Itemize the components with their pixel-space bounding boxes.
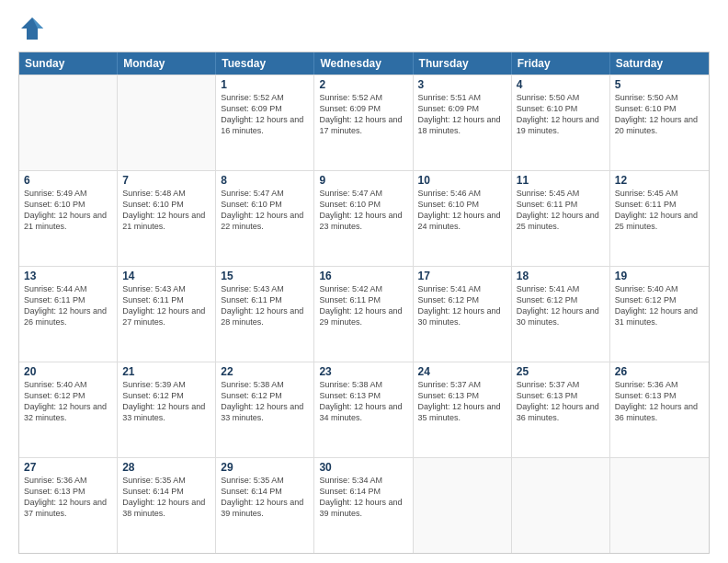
header-day-thursday: Thursday	[414, 52, 512, 75]
calendar-cell: 23Sunrise: 5:38 AM Sunset: 6:13 PM Dayli…	[314, 362, 413, 457]
header	[18, 15, 710, 42]
calendar-cell: 1Sunrise: 5:52 AM Sunset: 6:09 PM Daylig…	[216, 75, 314, 170]
calendar-cell: 24Sunrise: 5:37 AM Sunset: 6:13 PM Dayli…	[414, 362, 512, 457]
day-number: 24	[418, 365, 506, 378]
header-day-saturday: Saturday	[610, 52, 709, 75]
day-info: Sunrise: 5:46 AM Sunset: 6:10 PM Dayligh…	[418, 188, 506, 233]
day-info: Sunrise: 5:44 AM Sunset: 6:11 PM Dayligh…	[24, 283, 112, 328]
day-number: 6	[24, 174, 112, 187]
day-number: 21	[122, 365, 210, 378]
day-info: Sunrise: 5:40 AM Sunset: 6:12 PM Dayligh…	[24, 379, 112, 424]
calendar-cell: 22Sunrise: 5:38 AM Sunset: 6:12 PM Dayli…	[216, 362, 314, 457]
calendar-cell: 16Sunrise: 5:42 AM Sunset: 6:11 PM Dayli…	[314, 267, 413, 362]
day-number: 16	[319, 270, 407, 282]
day-number: 12	[615, 174, 704, 187]
day-info: Sunrise: 5:42 AM Sunset: 6:11 PM Dayligh…	[319, 283, 407, 328]
day-number: 23	[319, 365, 407, 378]
day-info: Sunrise: 5:40 AM Sunset: 6:12 PM Dayligh…	[615, 283, 704, 328]
day-number: 3	[418, 78, 506, 91]
day-number: 18	[517, 270, 605, 282]
calendar-cell	[118, 75, 216, 170]
calendar-cell: 29Sunrise: 5:35 AM Sunset: 6:14 PM Dayli…	[216, 458, 314, 553]
calendar-cell: 14Sunrise: 5:43 AM Sunset: 6:11 PM Dayli…	[118, 267, 216, 362]
logo-icon	[18, 15, 46, 42]
day-info: Sunrise: 5:45 AM Sunset: 6:11 PM Dayligh…	[615, 188, 704, 233]
day-number: 15	[221, 270, 309, 282]
calendar-row: 6Sunrise: 5:49 AM Sunset: 6:10 PM Daylig…	[19, 170, 709, 266]
day-info: Sunrise: 5:41 AM Sunset: 6:12 PM Dayligh…	[418, 283, 506, 328]
calendar-cell: 5Sunrise: 5:50 AM Sunset: 6:10 PM Daylig…	[610, 75, 709, 170]
day-info: Sunrise: 5:37 AM Sunset: 6:13 PM Dayligh…	[517, 379, 605, 424]
calendar-cell: 27Sunrise: 5:36 AM Sunset: 6:13 PM Dayli…	[19, 458, 118, 553]
header-day-sunday: Sunday	[19, 52, 118, 75]
calendar-cell: 7Sunrise: 5:48 AM Sunset: 6:10 PM Daylig…	[118, 171, 216, 266]
day-info: Sunrise: 5:36 AM Sunset: 6:13 PM Dayligh…	[24, 475, 112, 520]
day-info: Sunrise: 5:38 AM Sunset: 6:13 PM Dayligh…	[319, 379, 407, 424]
day-number: 4	[517, 78, 605, 91]
calendar-cell: 2Sunrise: 5:52 AM Sunset: 6:09 PM Daylig…	[314, 75, 413, 170]
day-number: 25	[517, 365, 605, 378]
day-info: Sunrise: 5:38 AM Sunset: 6:12 PM Dayligh…	[221, 379, 309, 424]
day-info: Sunrise: 5:39 AM Sunset: 6:12 PM Dayligh…	[122, 379, 210, 424]
header-day-friday: Friday	[512, 52, 610, 75]
calendar-cell	[512, 458, 610, 553]
day-info: Sunrise: 5:51 AM Sunset: 6:09 PM Dayligh…	[418, 92, 506, 137]
calendar-cell: 15Sunrise: 5:43 AM Sunset: 6:11 PM Dayli…	[216, 267, 314, 362]
day-info: Sunrise: 5:47 AM Sunset: 6:10 PM Dayligh…	[221, 188, 309, 233]
day-number: 1	[221, 78, 309, 91]
day-number: 11	[517, 174, 605, 187]
day-number: 14	[122, 270, 210, 282]
day-info: Sunrise: 5:49 AM Sunset: 6:10 PM Dayligh…	[24, 188, 112, 233]
day-info: Sunrise: 5:43 AM Sunset: 6:11 PM Dayligh…	[221, 283, 309, 328]
day-info: Sunrise: 5:47 AM Sunset: 6:10 PM Dayligh…	[319, 188, 407, 233]
calendar-cell: 10Sunrise: 5:46 AM Sunset: 6:10 PM Dayli…	[414, 171, 512, 266]
day-info: Sunrise: 5:50 AM Sunset: 6:10 PM Dayligh…	[615, 92, 704, 137]
calendar-row: 20Sunrise: 5:40 AM Sunset: 6:12 PM Dayli…	[19, 362, 709, 457]
day-info: Sunrise: 5:48 AM Sunset: 6:10 PM Dayligh…	[122, 188, 210, 233]
calendar-cell: 21Sunrise: 5:39 AM Sunset: 6:12 PM Dayli…	[118, 362, 216, 457]
calendar-cell: 13Sunrise: 5:44 AM Sunset: 6:11 PM Dayli…	[19, 267, 118, 362]
day-info: Sunrise: 5:52 AM Sunset: 6:09 PM Dayligh…	[221, 92, 309, 137]
day-number: 30	[319, 461, 407, 474]
day-number: 13	[24, 270, 112, 282]
calendar-cell: 12Sunrise: 5:45 AM Sunset: 6:11 PM Dayli…	[610, 171, 709, 266]
day-info: Sunrise: 5:45 AM Sunset: 6:11 PM Dayligh…	[517, 188, 605, 233]
calendar-row: 13Sunrise: 5:44 AM Sunset: 6:11 PM Dayli…	[19, 266, 709, 362]
calendar-cell: 18Sunrise: 5:41 AM Sunset: 6:12 PM Dayli…	[512, 267, 610, 362]
day-number: 19	[615, 270, 704, 282]
day-number: 27	[24, 461, 112, 474]
calendar-cell: 20Sunrise: 5:40 AM Sunset: 6:12 PM Dayli…	[19, 362, 118, 457]
calendar-cell	[19, 75, 118, 170]
day-info: Sunrise: 5:43 AM Sunset: 6:11 PM Dayligh…	[122, 283, 210, 328]
calendar-cell: 6Sunrise: 5:49 AM Sunset: 6:10 PM Daylig…	[19, 171, 118, 266]
calendar-cell: 11Sunrise: 5:45 AM Sunset: 6:11 PM Dayli…	[512, 171, 610, 266]
day-info: Sunrise: 5:35 AM Sunset: 6:14 PM Dayligh…	[122, 475, 210, 520]
calendar-header: SundayMondayTuesdayWednesdayThursdayFrid…	[19, 52, 709, 75]
calendar-row: 27Sunrise: 5:36 AM Sunset: 6:13 PM Dayli…	[19, 457, 709, 553]
day-number: 9	[319, 174, 407, 187]
calendar-cell: 19Sunrise: 5:40 AM Sunset: 6:12 PM Dayli…	[610, 267, 709, 362]
day-number: 20	[24, 365, 112, 378]
calendar-cell: 3Sunrise: 5:51 AM Sunset: 6:09 PM Daylig…	[414, 75, 512, 170]
day-info: Sunrise: 5:36 AM Sunset: 6:13 PM Dayligh…	[615, 379, 704, 424]
header-day-wednesday: Wednesday	[314, 52, 413, 75]
page: SundayMondayTuesdayWednesdayThursdayFrid…	[0, 0, 728, 563]
day-number: 26	[615, 365, 704, 378]
calendar-cell: 25Sunrise: 5:37 AM Sunset: 6:13 PM Dayli…	[512, 362, 610, 457]
day-number: 7	[122, 174, 210, 187]
calendar-cell: 4Sunrise: 5:50 AM Sunset: 6:10 PM Daylig…	[512, 75, 610, 170]
calendar-cell: 30Sunrise: 5:34 AM Sunset: 6:14 PM Dayli…	[314, 458, 413, 553]
calendar-body: 1Sunrise: 5:52 AM Sunset: 6:09 PM Daylig…	[19, 75, 709, 553]
day-number: 22	[221, 365, 309, 378]
day-number: 5	[615, 78, 704, 91]
calendar-cell: 26Sunrise: 5:36 AM Sunset: 6:13 PM Dayli…	[610, 362, 709, 457]
header-day-monday: Monday	[118, 52, 216, 75]
day-info: Sunrise: 5:52 AM Sunset: 6:09 PM Dayligh…	[319, 92, 407, 137]
calendar-cell: 17Sunrise: 5:41 AM Sunset: 6:12 PM Dayli…	[414, 267, 512, 362]
day-number: 2	[319, 78, 407, 91]
day-info: Sunrise: 5:50 AM Sunset: 6:10 PM Dayligh…	[517, 92, 605, 137]
day-number: 8	[221, 174, 309, 187]
logo	[18, 15, 50, 42]
calendar-cell: 28Sunrise: 5:35 AM Sunset: 6:14 PM Dayli…	[118, 458, 216, 553]
day-number: 29	[221, 461, 309, 474]
